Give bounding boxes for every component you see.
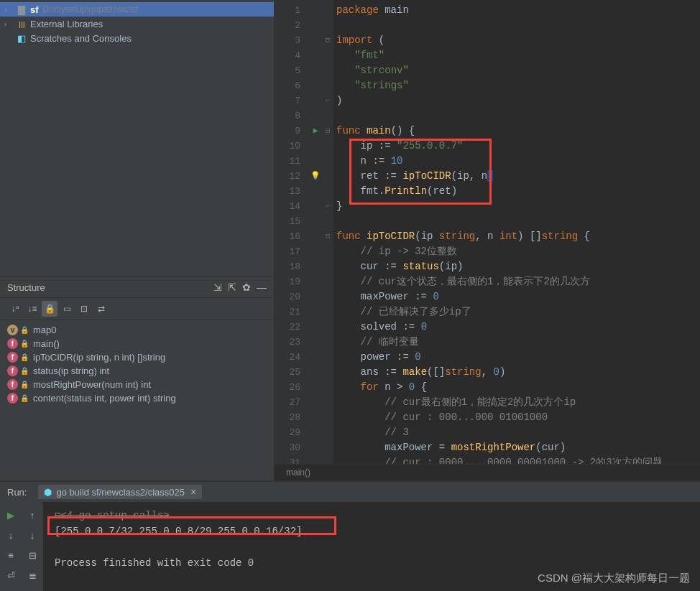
line-number[interactable]: 6: [275, 78, 309, 93]
code-line[interactable]: ip := "255.0.0.7": [336, 139, 700, 154]
fold-icon[interactable]: ⌐: [322, 93, 333, 108]
close-icon[interactable]: ×: [190, 486, 196, 498]
line-number[interactable]: 1: [275, 3, 309, 18]
line-number[interactable]: 4: [275, 48, 309, 63]
code-line[interactable]: ): [336, 93, 700, 108]
line-number[interactable]: 10: [275, 139, 309, 154]
code-line[interactable]: // cur这个状态，最右侧的1，能表示下2的几次方: [336, 274, 700, 289]
code-line[interactable]: "strings": [336, 78, 700, 93]
show-fields-icon[interactable]: ▭: [59, 301, 75, 317]
line-number[interactable]: 22: [275, 320, 309, 335]
structure-item[interactable]: f🔒status(ip string) int: [0, 364, 274, 378]
code-line[interactable]: // 临时变量: [336, 335, 700, 350]
sort-icon[interactable]: ↓≡: [24, 301, 40, 317]
sort-alpha-icon[interactable]: ↓ᵃ: [7, 301, 23, 317]
line-number[interactable]: 28: [275, 410, 309, 425]
line-number[interactable]: 30: [275, 440, 309, 455]
line-number[interactable]: 19: [275, 274, 309, 289]
code-line[interactable]: }: [336, 199, 700, 214]
code-line[interactable]: fmt.Println(ret): [336, 184, 700, 199]
code-line[interactable]: func ipToCIDR(ip string, n int) []string…: [336, 229, 700, 244]
structure-item[interactable]: f🔒mostRightPower(num int) int: [0, 378, 274, 391]
external-libraries[interactable]: › ⫼ External Libraries: [0, 17, 274, 31]
code-line[interactable]: // 3: [336, 425, 700, 440]
code-line[interactable]: cur := status(ip): [336, 259, 700, 274]
line-number[interactable]: 2: [275, 18, 309, 33]
line-number[interactable]: 14: [275, 199, 309, 214]
code-line[interactable]: [336, 18, 700, 33]
line-number[interactable]: 11: [275, 154, 309, 169]
layout-icon[interactable]: ≡: [2, 546, 19, 564]
line-number[interactable]: 12: [275, 169, 309, 184]
line-number[interactable]: 24: [275, 350, 309, 365]
filter-icon[interactable]: 🔒: [42, 301, 57, 317]
code-line[interactable]: // 已经解决了多少ip了: [336, 304, 700, 320]
code-line[interactable]: solved := 0: [336, 320, 700, 335]
line-number[interactable]: 25: [275, 365, 309, 380]
code-line[interactable]: power := 0: [336, 350, 700, 365]
chevron-right-icon[interactable]: ›: [4, 6, 13, 14]
code-line[interactable]: // cur : 000...000 01001000: [336, 410, 700, 425]
code-line[interactable]: maxPower = mostRightPower(cur): [336, 440, 700, 455]
scroll-icon[interactable]: ≣: [24, 567, 41, 584]
structure-item[interactable]: f🔒ipToCIDR(ip string, n int) []string: [0, 350, 274, 364]
code-line[interactable]: [336, 108, 700, 124]
wrap-icon[interactable]: ⏎: [2, 567, 19, 584]
line-number[interactable]: 9: [275, 124, 309, 139]
code-line[interactable]: // cur最右侧的1，能搞定2的几次方个ip: [336, 395, 700, 410]
line-number[interactable]: 16: [275, 229, 309, 244]
intention-bulb-icon[interactable]: 💡: [309, 169, 322, 184]
structure-item[interactable]: v🔒map0: [0, 323, 274, 337]
code-lines[interactable]: package mainimport ( "fmt" "strconv" "st…: [333, 0, 700, 464]
stop-icon[interactable]: ↓: [2, 526, 19, 544]
line-number[interactable]: 15: [275, 214, 309, 229]
line-number[interactable]: 20: [275, 289, 309, 304]
code-line[interactable]: package main: [336, 3, 700, 18]
fold-icon[interactable]: ⊟: [322, 229, 333, 244]
code-line[interactable]: import (: [336, 33, 700, 48]
code-line[interactable]: // ip -> 32位整数: [336, 244, 700, 259]
breadcrumb[interactable]: main(): [275, 464, 700, 480]
soft-wrap-icon[interactable]: ⊟: [24, 546, 41, 564]
line-number[interactable]: 31: [275, 455, 309, 464]
line-number[interactable]: 13: [275, 184, 309, 199]
run-gutter-icon[interactable]: ▶: [309, 124, 322, 139]
code-line[interactable]: ans := make([]string, 0): [336, 365, 700, 380]
code-line[interactable]: [336, 214, 700, 229]
code-line[interactable]: func main() {: [336, 124, 700, 139]
code-editor[interactable]: 1234567891011121314151617181920212223242…: [275, 0, 700, 464]
hide-icon[interactable]: —: [257, 281, 267, 293]
code-line[interactable]: ret := ipToCIDR(ip, n): [336, 169, 700, 184]
scratches-consoles[interactable]: ◧ Scratches and Consoles: [0, 31, 274, 45]
code-line[interactable]: for n > 0 {: [336, 380, 700, 395]
fold-icon[interactable]: ⊟: [322, 33, 333, 48]
line-number[interactable]: 23: [275, 335, 309, 350]
line-number[interactable]: 21: [275, 304, 309, 320]
settings-icon[interactable]: ✿: [242, 281, 251, 293]
line-number[interactable]: 5: [275, 63, 309, 78]
line-number[interactable]: 29: [275, 425, 309, 440]
up-icon[interactable]: ↑: [24, 506, 41, 523]
down-icon[interactable]: ↓: [24, 526, 41, 544]
breadcrumb-item[interactable]: main(): [286, 467, 310, 478]
code-line[interactable]: maxPower := 0: [336, 289, 700, 304]
show-inherited-icon[interactable]: ⊡: [76, 301, 92, 317]
collapse-all-icon[interactable]: ⇱: [228, 281, 236, 293]
code-line[interactable]: n := 10: [336, 154, 700, 169]
line-number[interactable]: 26: [275, 380, 309, 395]
line-number[interactable]: 7: [275, 93, 309, 108]
expand-all-icon[interactable]: ⇲: [213, 281, 222, 293]
project-root[interactable]: › ▇ sf D:\mysetup\gopath\src\sf: [0, 2, 274, 17]
line-number[interactable]: 18: [275, 259, 309, 274]
fold-icon[interactable]: ⌐: [322, 199, 333, 214]
rerun-icon[interactable]: ▶: [2, 506, 19, 523]
line-number[interactable]: 17: [275, 244, 309, 259]
autoscroll-icon[interactable]: ⇄: [93, 301, 109, 317]
line-number[interactable]: 27: [275, 395, 309, 410]
code-line[interactable]: // cur : 0000....0000 00001000 -> 2的3次方的…: [336, 455, 700, 464]
line-number[interactable]: 3: [275, 33, 309, 48]
fold-icon[interactable]: ⊟: [322, 124, 333, 139]
code-line[interactable]: "fmt": [336, 48, 700, 63]
code-line[interactable]: "strconv": [336, 63, 700, 78]
line-number[interactable]: 8: [275, 108, 309, 124]
